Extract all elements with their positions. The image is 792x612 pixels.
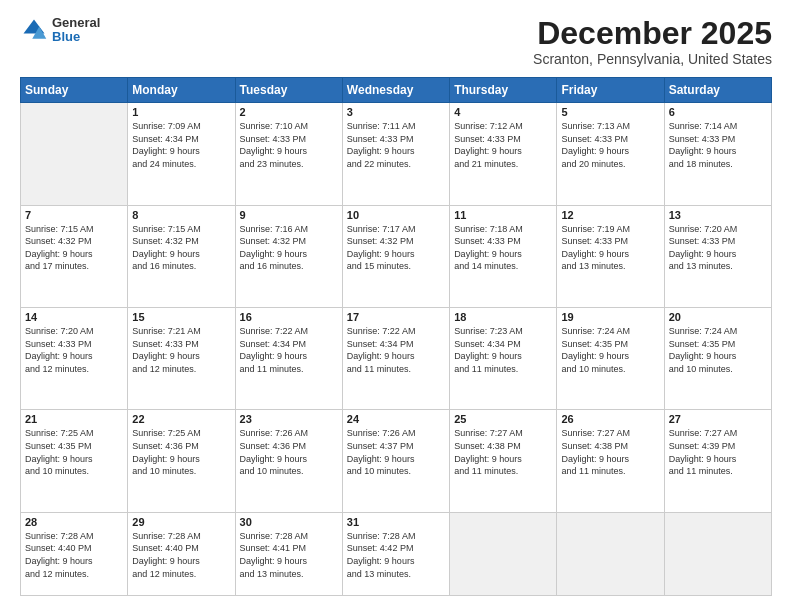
table-row: 24Sunrise: 7:26 AM Sunset: 4:37 PM Dayli… [342, 410, 449, 512]
day-info: Sunrise: 7:26 AM Sunset: 4:36 PM Dayligh… [240, 427, 338, 477]
day-number: 18 [454, 311, 552, 323]
day-number: 31 [347, 516, 445, 528]
day-info: Sunrise: 7:27 AM Sunset: 4:38 PM Dayligh… [454, 427, 552, 477]
table-row: 28Sunrise: 7:28 AM Sunset: 4:40 PM Dayli… [21, 512, 128, 595]
day-number: 15 [132, 311, 230, 323]
table-row: 31Sunrise: 7:28 AM Sunset: 4:42 PM Dayli… [342, 512, 449, 595]
day-number: 29 [132, 516, 230, 528]
day-info: Sunrise: 7:26 AM Sunset: 4:37 PM Dayligh… [347, 427, 445, 477]
table-row: 7Sunrise: 7:15 AM Sunset: 4:32 PM Daylig… [21, 205, 128, 307]
day-info: Sunrise: 7:27 AM Sunset: 4:39 PM Dayligh… [669, 427, 767, 477]
table-row: 20Sunrise: 7:24 AM Sunset: 4:35 PM Dayli… [664, 308, 771, 410]
day-info: Sunrise: 7:17 AM Sunset: 4:32 PM Dayligh… [347, 223, 445, 273]
day-number: 24 [347, 413, 445, 425]
day-number: 28 [25, 516, 123, 528]
day-info: Sunrise: 7:25 AM Sunset: 4:35 PM Dayligh… [25, 427, 123, 477]
day-info: Sunrise: 7:15 AM Sunset: 4:32 PM Dayligh… [132, 223, 230, 273]
day-number: 2 [240, 106, 338, 118]
day-info: Sunrise: 7:12 AM Sunset: 4:33 PM Dayligh… [454, 120, 552, 170]
table-row: 5Sunrise: 7:13 AM Sunset: 4:33 PM Daylig… [557, 103, 664, 205]
table-row: 19Sunrise: 7:24 AM Sunset: 4:35 PM Dayli… [557, 308, 664, 410]
day-info: Sunrise: 7:21 AM Sunset: 4:33 PM Dayligh… [132, 325, 230, 375]
table-row: 30Sunrise: 7:28 AM Sunset: 4:41 PM Dayli… [235, 512, 342, 595]
table-row: 2Sunrise: 7:10 AM Sunset: 4:33 PM Daylig… [235, 103, 342, 205]
day-info: Sunrise: 7:28 AM Sunset: 4:40 PM Dayligh… [132, 530, 230, 580]
day-info: Sunrise: 7:23 AM Sunset: 4:34 PM Dayligh… [454, 325, 552, 375]
table-row: 14Sunrise: 7:20 AM Sunset: 4:33 PM Dayli… [21, 308, 128, 410]
table-row [450, 512, 557, 595]
day-number: 5 [561, 106, 659, 118]
day-number: 1 [132, 106, 230, 118]
col-saturday: Saturday [664, 78, 771, 103]
day-number: 14 [25, 311, 123, 323]
col-sunday: Sunday [21, 78, 128, 103]
table-row [21, 103, 128, 205]
col-tuesday: Tuesday [235, 78, 342, 103]
table-row: 11Sunrise: 7:18 AM Sunset: 4:33 PM Dayli… [450, 205, 557, 307]
col-monday: Monday [128, 78, 235, 103]
day-number: 25 [454, 413, 552, 425]
table-row: 27Sunrise: 7:27 AM Sunset: 4:39 PM Dayli… [664, 410, 771, 512]
day-number: 30 [240, 516, 338, 528]
day-info: Sunrise: 7:09 AM Sunset: 4:34 PM Dayligh… [132, 120, 230, 170]
day-number: 6 [669, 106, 767, 118]
table-row: 8Sunrise: 7:15 AM Sunset: 4:32 PM Daylig… [128, 205, 235, 307]
logo-icon [20, 16, 48, 44]
day-info: Sunrise: 7:11 AM Sunset: 4:33 PM Dayligh… [347, 120, 445, 170]
page: General Blue December 2025 Scranton, Pen… [0, 0, 792, 612]
day-info: Sunrise: 7:20 AM Sunset: 4:33 PM Dayligh… [25, 325, 123, 375]
day-info: Sunrise: 7:28 AM Sunset: 4:40 PM Dayligh… [25, 530, 123, 580]
day-info: Sunrise: 7:13 AM Sunset: 4:33 PM Dayligh… [561, 120, 659, 170]
day-number: 16 [240, 311, 338, 323]
table-row: 9Sunrise: 7:16 AM Sunset: 4:32 PM Daylig… [235, 205, 342, 307]
title-block: December 2025 Scranton, Pennsylvania, Un… [533, 16, 772, 67]
day-number: 23 [240, 413, 338, 425]
table-row: 22Sunrise: 7:25 AM Sunset: 4:36 PM Dayli… [128, 410, 235, 512]
table-row: 26Sunrise: 7:27 AM Sunset: 4:38 PM Dayli… [557, 410, 664, 512]
header: General Blue December 2025 Scranton, Pen… [20, 16, 772, 67]
logo-text: General Blue [52, 16, 100, 45]
day-number: 7 [25, 209, 123, 221]
table-row: 15Sunrise: 7:21 AM Sunset: 4:33 PM Dayli… [128, 308, 235, 410]
day-number: 11 [454, 209, 552, 221]
table-row: 6Sunrise: 7:14 AM Sunset: 4:33 PM Daylig… [664, 103, 771, 205]
day-info: Sunrise: 7:16 AM Sunset: 4:32 PM Dayligh… [240, 223, 338, 273]
day-number: 20 [669, 311, 767, 323]
day-info: Sunrise: 7:27 AM Sunset: 4:38 PM Dayligh… [561, 427, 659, 477]
location: Scranton, Pennsylvania, United States [533, 51, 772, 67]
table-row: 18Sunrise: 7:23 AM Sunset: 4:34 PM Dayli… [450, 308, 557, 410]
table-row: 25Sunrise: 7:27 AM Sunset: 4:38 PM Dayli… [450, 410, 557, 512]
table-row: 4Sunrise: 7:12 AM Sunset: 4:33 PM Daylig… [450, 103, 557, 205]
day-info: Sunrise: 7:24 AM Sunset: 4:35 PM Dayligh… [561, 325, 659, 375]
col-thursday: Thursday [450, 78, 557, 103]
day-number: 3 [347, 106, 445, 118]
day-info: Sunrise: 7:25 AM Sunset: 4:36 PM Dayligh… [132, 427, 230, 477]
day-info: Sunrise: 7:19 AM Sunset: 4:33 PM Dayligh… [561, 223, 659, 273]
day-info: Sunrise: 7:22 AM Sunset: 4:34 PM Dayligh… [240, 325, 338, 375]
day-number: 19 [561, 311, 659, 323]
day-number: 10 [347, 209, 445, 221]
day-number: 12 [561, 209, 659, 221]
day-number: 27 [669, 413, 767, 425]
table-row: 10Sunrise: 7:17 AM Sunset: 4:32 PM Dayli… [342, 205, 449, 307]
day-number: 9 [240, 209, 338, 221]
day-info: Sunrise: 7:28 AM Sunset: 4:42 PM Dayligh… [347, 530, 445, 580]
table-row [557, 512, 664, 595]
day-number: 17 [347, 311, 445, 323]
day-number: 21 [25, 413, 123, 425]
table-row: 21Sunrise: 7:25 AM Sunset: 4:35 PM Dayli… [21, 410, 128, 512]
col-wednesday: Wednesday [342, 78, 449, 103]
logo-general-text: General [52, 16, 100, 30]
day-info: Sunrise: 7:22 AM Sunset: 4:34 PM Dayligh… [347, 325, 445, 375]
month-title: December 2025 [533, 16, 772, 51]
table-row: 13Sunrise: 7:20 AM Sunset: 4:33 PM Dayli… [664, 205, 771, 307]
day-info: Sunrise: 7:18 AM Sunset: 4:33 PM Dayligh… [454, 223, 552, 273]
table-row: 23Sunrise: 7:26 AM Sunset: 4:36 PM Dayli… [235, 410, 342, 512]
table-row: 12Sunrise: 7:19 AM Sunset: 4:33 PM Dayli… [557, 205, 664, 307]
logo-blue-text: Blue [52, 30, 100, 44]
day-info: Sunrise: 7:28 AM Sunset: 4:41 PM Dayligh… [240, 530, 338, 580]
table-row: 17Sunrise: 7:22 AM Sunset: 4:34 PM Dayli… [342, 308, 449, 410]
day-number: 26 [561, 413, 659, 425]
calendar: Sunday Monday Tuesday Wednesday Thursday… [20, 77, 772, 596]
table-row: 1Sunrise: 7:09 AM Sunset: 4:34 PM Daylig… [128, 103, 235, 205]
